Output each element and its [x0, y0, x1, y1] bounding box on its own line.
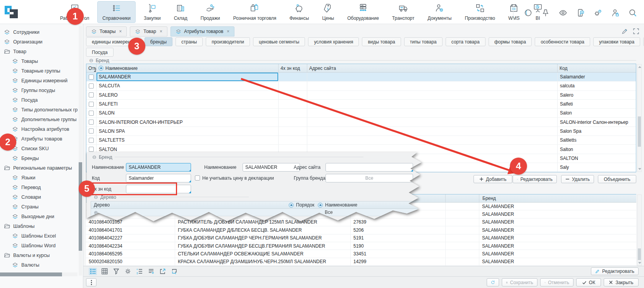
- tab-tovar[interactable]: Товар: [130, 26, 167, 36]
- menu-item-sales[interactable]: Продажи: [196, 1, 225, 23]
- menu-item-transport[interactable]: Транспорт: [387, 1, 420, 23]
- delete-button[interactable]: Удалить: [561, 175, 594, 183]
- cancel-button[interactable]: Отменить: [540, 278, 573, 286]
- sidebar-item[interactable]: Сотрудники: [0, 27, 77, 37]
- close-icon[interactable]: [119, 29, 122, 34]
- add-button[interactable]: Добавить: [474, 175, 512, 183]
- code-cell[interactable]: Salero: [558, 91, 636, 99]
- sidebar-item[interactable]: Списки SKU: [0, 144, 77, 153]
- code-cell[interactable]: Salton: [558, 145, 636, 153]
- table-row[interactable]: SALON-INTERIOR САЛОН-ИНТЕРЬЕР SALON-inte…: [86, 118, 636, 127]
- table-row[interactable]: 4010864041701 ГУБКА САЛАМАНДЕР Д/БЛЕСКА …: [86, 226, 636, 234]
- notifications-icon[interactable]: [576, 9, 585, 17]
- column-header-mark[interactable]: Отм.: [86, 64, 96, 72]
- table-row[interactable]: 4010864042227 ГУБКА Д/ОБУВИ САЛАМАНДЕР Ч…: [86, 234, 636, 242]
- user-permissions-icon[interactable]: [611, 9, 620, 17]
- site-cell[interactable]: [307, 100, 558, 108]
- extra-cell[interactable]: [446, 242, 479, 250]
- product-name-cell[interactable]: ГУБКА САЛАМАНДЕР Д/БЛЕСКА БЕСЦВ. SALAMAN…: [175, 226, 351, 234]
- code-cell[interactable]: SALON-interior Салон-интерьер: [558, 118, 636, 126]
- extra-cell[interactable]: [446, 258, 479, 265]
- search-icon[interactable]: [629, 9, 637, 17]
- brand-name-cell[interactable]: SALTLETTS: [96, 136, 279, 144]
- subtab[interactable]: условия хранения: [308, 37, 359, 46]
- subtab[interactable]: бренды: [145, 37, 172, 46]
- numbered-list-icon[interactable]: [135, 268, 143, 275]
- row-checkbox[interactable]: [89, 92, 94, 97]
- code4-cell[interactable]: [279, 136, 307, 144]
- expand-icon[interactable]: [633, 28, 639, 35]
- code-cell[interactable]: Salamander: [558, 73, 636, 81]
- code-cell[interactable]: Salon: [558, 109, 636, 117]
- column-header-name[interactable]: Наименование: [323, 202, 360, 208]
- table-row[interactable]: SALON SPA Salon Spa: [86, 127, 636, 136]
- code-cell[interactable]: salcuta: [558, 82, 636, 90]
- extra-cell[interactable]: [446, 250, 479, 257]
- save-button[interactable]: Сохранить: [502, 278, 537, 286]
- name2-input[interactable]: [243, 163, 300, 172]
- order-cell[interactable]: 5190: [351, 242, 446, 250]
- subtab[interactable]: ценовые сегменты: [253, 37, 305, 46]
- site-cell[interactable]: [307, 82, 558, 90]
- subtab[interactable]: производители: [206, 37, 250, 46]
- menu-item-directories[interactable]: Справочники: [97, 1, 136, 23]
- brand-cell[interactable]: SALAMANDER: [479, 250, 636, 257]
- column-header-tree[interactable]: Дерево: [91, 202, 289, 208]
- code4-cell[interactable]: [279, 127, 307, 135]
- sidebar-vertical-scroll-thumb[interactable]: [79, 162, 82, 251]
- filter-icon[interactable]: [112, 268, 120, 275]
- subtab[interactable]: особенности товара: [535, 37, 590, 46]
- code-input[interactable]: [126, 174, 191, 182]
- subtab-posuda[interactable]: Посуда: [86, 48, 114, 57]
- code4-input[interactable]: [126, 185, 191, 193]
- code4-cell[interactable]: [279, 100, 307, 108]
- scroll-down-icon[interactable]: [638, 168, 641, 170]
- sidebar-item[interactable]: Выходные дни: [0, 212, 77, 221]
- column-header-code[interactable]: Код: [558, 64, 636, 72]
- settings-gears-icon[interactable]: [594, 9, 602, 17]
- code4-cell[interactable]: [279, 82, 307, 90]
- code-cell[interactable]: Salon Spa: [558, 127, 636, 135]
- brand-name-cell[interactable]: SALAMANDER: [96, 73, 279, 81]
- subtab[interactable]: единицы измерения: [86, 37, 141, 46]
- code-cell[interactable]: Salfeti: [558, 100, 636, 108]
- table-row[interactable]: SALERO Salero: [86, 91, 636, 100]
- column-header-order[interactable]: Порядок: [294, 202, 318, 208]
- menu-item-equipment[interactable]: Оборудование: [342, 1, 384, 23]
- subtab[interactable]: типы товара: [404, 37, 443, 46]
- clock-icon[interactable]: [524, 9, 532, 17]
- sidebar-item[interactable]: Группы посуды: [0, 85, 77, 95]
- code4-cell[interactable]: [279, 118, 307, 126]
- table-row[interactable]: SALON Salon: [86, 109, 636, 118]
- sort-asc-icon[interactable]: [98, 66, 103, 71]
- ok-button[interactable]: ОК: [576, 278, 601, 286]
- site-cell[interactable]: [307, 91, 558, 99]
- subtab[interactable]: упаковки товара: [593, 37, 640, 46]
- row-checkbox[interactable]: [89, 128, 94, 134]
- menu-item-purchases[interactable]: Закупки: [139, 1, 166, 23]
- brand-name-cell[interactable]: SALON SPA: [96, 127, 279, 135]
- code-cell[interactable]: Saltletts: [558, 136, 636, 144]
- sidebar-item[interactable]: Бренды: [0, 153, 77, 163]
- table-row[interactable]: 5000204820150 КРАСКА САЛАМАНДЕР Д/ЗАМШИ/…: [86, 258, 636, 266]
- export-icon[interactable]: [158, 268, 167, 275]
- row-checkbox[interactable]: [89, 120, 94, 125]
- site-cell[interactable]: [307, 127, 558, 135]
- sidebar-item[interactable]: Шаблоны Word: [0, 241, 77, 250]
- table-row[interactable]: SALTLETTS Saltletts: [86, 136, 636, 145]
- brand-name-cell[interactable]: SALFETI: [96, 100, 279, 108]
- sidebar-item[interactable]: Языки: [0, 173, 77, 182]
- subtab[interactable]: виды товара: [362, 37, 401, 46]
- column-header-brand[interactable]: Бренд: [479, 194, 636, 202]
- column-header-extra[interactable]: [446, 194, 479, 202]
- table-row[interactable]: SALCUTA salcuta: [86, 82, 636, 90]
- brand-cell[interactable]: SALAMANDER: [479, 258, 636, 265]
- tab-tovary[interactable]: Товары: [86, 26, 127, 36]
- code4-cell[interactable]: [279, 109, 307, 117]
- sidebar-item[interactable]: Типы дополнительных груп: [0, 105, 77, 115]
- row-checkbox[interactable]: [89, 83, 94, 88]
- merge-button[interactable]: Объединить: [598, 175, 636, 183]
- code4-cell[interactable]: [279, 91, 307, 99]
- barcode-cell[interactable]: 4010864042227: [86, 234, 175, 242]
- table-row[interactable]: SALAMANDER Salamander: [86, 73, 636, 82]
